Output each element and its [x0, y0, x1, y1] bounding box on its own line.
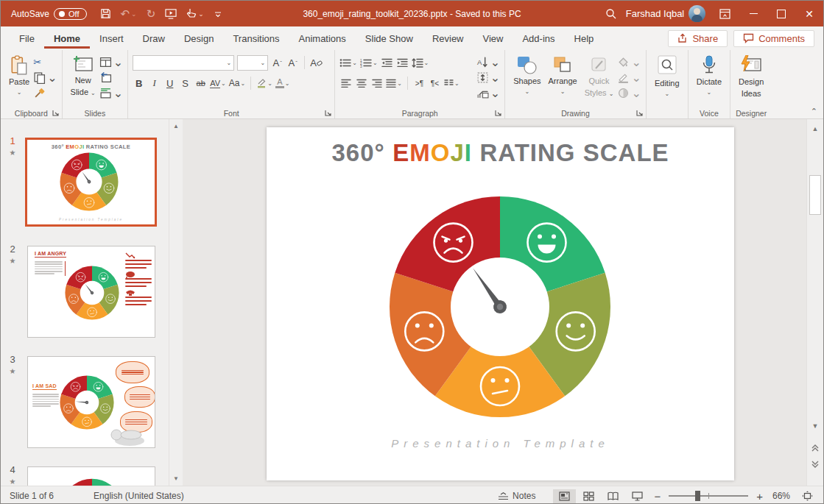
tab-draw[interactable]: Draw — [133, 28, 175, 49]
tab-transitions[interactable]: Transitions — [223, 28, 289, 49]
slide-layout-button[interactable]: ⌄ — [99, 55, 123, 68]
design-ideas-button[interactable]: Design Ideas — [735, 54, 767, 106]
zoom-in-button[interactable]: + — [753, 490, 767, 503]
drawing-dialog-launcher[interactable] — [635, 109, 644, 117]
maximize-button[interactable] — [767, 1, 795, 26]
dictate-button[interactable]: Dictate⌄ — [693, 54, 725, 106]
fit-slide-to-window-button[interactable] — [796, 489, 819, 503]
slideshow-view-button[interactable] — [626, 489, 649, 503]
minimize-button[interactable] — [740, 1, 767, 26]
sort-button[interactable]: A ⌄ — [476, 55, 500, 68]
ribbon-display-options-icon[interactable] — [710, 1, 740, 26]
scroll-down-icon[interactable]: ▼ — [807, 422, 823, 430]
reset-slide-button[interactable] — [99, 71, 123, 84]
grow-font-button[interactable]: Aˆ — [271, 56, 284, 70]
notes-button[interactable]: Notes — [492, 489, 541, 503]
autosave-toggle[interactable]: AutoSave Off — [11, 8, 87, 20]
slide-sorter-view-button[interactable] — [577, 489, 600, 503]
bold-button[interactable]: B — [133, 77, 145, 90]
highlight-color-button[interactable]: ⌄ — [256, 77, 272, 90]
font-dialog-launcher[interactable] — [324, 109, 332, 117]
paragraph-dialog-launcher[interactable] — [494, 109, 502, 117]
shape-effects-button[interactable]: ⌄ — [617, 86, 641, 99]
text-shadow-button[interactable]: S — [179, 77, 191, 90]
shapes-button[interactable]: Shapes⌄ — [510, 54, 544, 106]
character-spacing-button[interactable]: AV⌄ — [210, 77, 226, 90]
editing-button[interactable]: Editing⌄ — [651, 54, 683, 106]
bullets-button[interactable]: ⌄ — [339, 56, 357, 70]
zoom-slider[interactable] — [669, 495, 748, 497]
text-direction-rtl-button[interactable]: ¶< — [429, 77, 441, 90]
zoom-level[interactable]: 66% — [768, 491, 795, 501]
section-button[interactable]: ⌄ — [99, 86, 123, 99]
strikethrough-button[interactable]: ab — [194, 77, 207, 90]
slide-counter[interactable]: Slide 1 of 6 — [1, 491, 63, 501]
undo-icon[interactable]: ↶⌄ — [121, 7, 137, 21]
align-text-button[interactable]: ⌄ — [476, 71, 500, 84]
avatar[interactable] — [689, 5, 705, 22]
save-icon[interactable] — [100, 8, 111, 19]
language-indicator[interactable]: English (United States) — [85, 491, 193, 501]
slide-thumbnail-1[interactable]: 360°EMOJIRATING SCALE Presentation Templ… — [25, 138, 157, 227]
shape-outline-button[interactable]: ⌄ — [617, 71, 641, 84]
increase-indent-button[interactable] — [396, 56, 409, 70]
slide-thumbnail-3[interactable]: I AM SAD — [27, 356, 155, 448]
tab-review[interactable]: Review — [423, 28, 473, 49]
align-left-button[interactable] — [339, 77, 352, 90]
tab-view[interactable]: View — [473, 28, 513, 49]
tab-help[interactable]: Help — [565, 28, 604, 49]
align-center-button[interactable] — [355, 77, 367, 90]
next-slide-button[interactable] — [811, 461, 820, 469]
align-right-button[interactable] — [370, 77, 383, 90]
tab-file[interactable]: File — [10, 28, 44, 49]
zoom-out-button[interactable]: − — [650, 490, 664, 503]
shrink-font-button[interactable]: Aˇ — [286, 56, 299, 70]
columns-button[interactable]: ⌄ — [444, 77, 459, 90]
comments-button[interactable]: Comments — [733, 30, 814, 47]
shape-fill-button[interactable]: ⌄ — [617, 55, 641, 68]
share-button[interactable]: Share — [668, 30, 728, 47]
collapse-ribbon-button[interactable]: ⌃ — [811, 107, 817, 116]
slide-thumbnail-4[interactable] — [27, 466, 155, 486]
tab-addins[interactable]: Add-ins — [513, 28, 564, 49]
tab-animations[interactable]: Animations — [289, 28, 356, 49]
reading-view-button[interactable] — [602, 489, 624, 503]
cut-button[interactable]: ✂ — [33, 55, 57, 68]
search-icon[interactable] — [596, 1, 626, 26]
tab-insert[interactable]: Insert — [90, 28, 133, 49]
emoji-rating-wheel[interactable] — [385, 192, 615, 422]
underline-button[interactable]: U — [163, 77, 176, 90]
touch-mouse-mode-icon[interactable]: ⌄ — [186, 8, 204, 19]
new-slide-button[interactable]: New Slide ⌄ — [67, 54, 99, 106]
numbering-button[interactable]: 123 ⌄ — [360, 56, 378, 70]
redo-icon[interactable]: ↻ — [147, 7, 156, 21]
main-scrollbar[interactable]: ▲ ▼ — [806, 119, 823, 486]
arrange-button[interactable]: Arrange⌄ — [545, 54, 581, 106]
format-painter-button[interactable] — [33, 86, 57, 99]
italic-button[interactable]: I — [148, 77, 161, 90]
previous-slide-button[interactable] — [811, 443, 820, 452]
thumb-scroll-up-icon[interactable]: ▲ — [169, 123, 183, 129]
thumb-scroll-down-icon[interactable]: ▼ — [169, 475, 183, 482]
font-color-button[interactable]: A ⌄ — [275, 77, 290, 90]
clipboard-dialog-launcher[interactable] — [52, 109, 60, 117]
normal-view-button[interactable] — [553, 489, 576, 503]
customize-qat-icon[interactable] — [214, 10, 222, 18]
scroll-up-icon[interactable]: ▲ — [807, 125, 823, 132]
tab-design[interactable]: Design — [175, 28, 223, 49]
justify-button[interactable]: ⌄ — [386, 77, 402, 90]
line-spacing-button[interactable]: ⌄ — [412, 56, 429, 70]
convert-to-smartart-button[interactable]: ⌄ — [476, 86, 500, 99]
zoom-slider-knob[interactable] — [695, 491, 700, 501]
thumbnail-scrollbar[interactable]: ▲ ▼ — [169, 119, 183, 486]
text-direction-ltr-button[interactable]: >¶ — [413, 77, 426, 90]
slide-editing-surface[interactable]: 360°EMOJIRATING SCALE Presentation Templ… — [267, 127, 734, 480]
account-name[interactable]: Farshad Iqbal — [626, 8, 685, 19]
decrease-indent-button[interactable] — [381, 56, 393, 70]
slide-thumbnail-2[interactable]: I AM ANGRY — [27, 246, 155, 338]
paste-button[interactable]: Paste⌄ — [5, 54, 33, 106]
close-button[interactable]: ✕ — [795, 1, 823, 26]
slide-footer-text[interactable]: Presentation Template — [267, 437, 734, 450]
tab-home[interactable]: Home — [44, 28, 90, 49]
slide-title[interactable]: 360°EMOJIRATING SCALE — [267, 139, 734, 167]
